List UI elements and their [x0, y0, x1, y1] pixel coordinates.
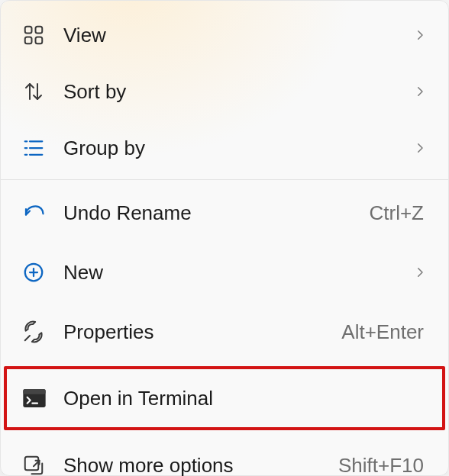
svg-rect-3	[36, 37, 43, 44]
menu-item-undo-rename[interactable]: Undo Rename Ctrl+Z	[1, 183, 448, 243]
menu-item-group-by[interactable]: Group by	[1, 120, 448, 176]
menu-separator	[1, 179, 448, 180]
context-menu: View Sort by	[0, 0, 449, 476]
group-icon	[22, 137, 63, 159]
properties-icon	[22, 320, 63, 343]
menu-item-shortcut: Shift+F10	[338, 454, 424, 477]
svg-rect-17	[23, 389, 45, 394]
menu-item-show-more-options[interactable]: Show more options Shift+F10	[1, 435, 448, 476]
menu-item-properties[interactable]: Properties Alt+Enter	[1, 302, 448, 362]
menu-item-open-in-terminal[interactable]: Open in Terminal	[1, 362, 448, 435]
menu-item-label: New	[63, 261, 407, 285]
view-icon	[22, 24, 63, 47]
menu-item-label: Sort by	[63, 80, 407, 104]
menu-item-label: View	[63, 24, 407, 47]
menu-item-view[interactable]: View	[1, 7, 448, 63]
menu-item-shortcut: Ctrl+Z	[370, 201, 425, 225]
chevron-right-icon	[413, 24, 427, 47]
terminal-icon	[22, 388, 63, 409]
menu-item-label: Properties	[63, 320, 341, 344]
more-options-icon	[22, 454, 63, 476]
menu-item-sort-by[interactable]: Sort by	[1, 63, 448, 120]
menu-item-label: Group by	[63, 137, 407, 160]
svg-rect-1	[36, 27, 43, 34]
svg-rect-0	[25, 27, 32, 34]
undo-icon	[22, 201, 63, 224]
sort-icon	[22, 80, 63, 103]
chevron-right-icon	[413, 80, 427, 104]
svg-rect-2	[25, 37, 32, 44]
menu-item-label: Show more options	[63, 454, 338, 477]
chevron-right-icon	[413, 137, 427, 160]
menu-item-shortcut: Alt+Enter	[341, 320, 424, 344]
menu-item-label: Undo Rename	[63, 201, 370, 225]
menu-item-new[interactable]: New	[1, 243, 448, 302]
svg-line-15	[25, 336, 30, 340]
menu-item-label: Open in Terminal	[63, 387, 427, 410]
chevron-right-icon	[413, 261, 427, 285]
new-icon	[22, 261, 63, 284]
